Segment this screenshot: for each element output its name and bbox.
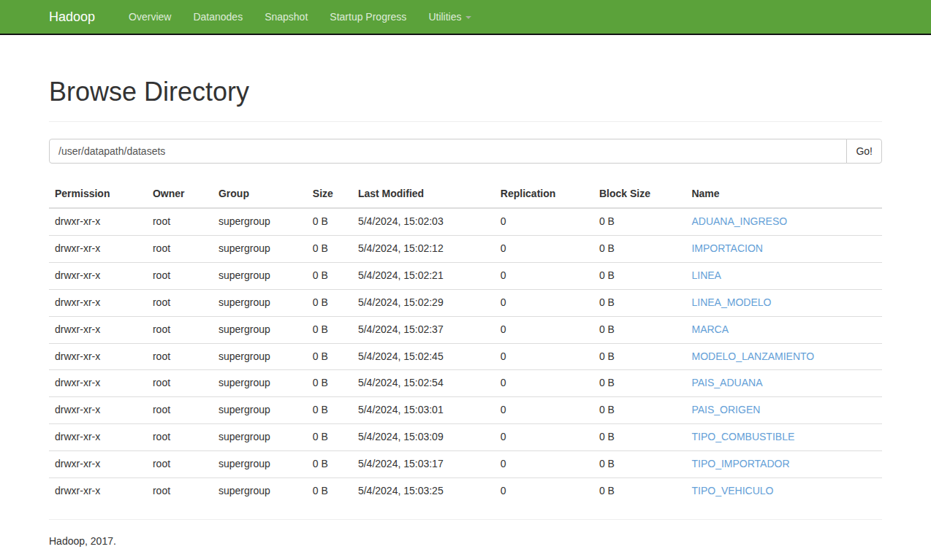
cell-group: supergroup [213,208,307,235]
cell-last-modified: 5/4/2024, 15:03:25 [352,478,495,505]
cell-replication: 0 [495,289,593,316]
cell-replication: 0 [495,316,593,343]
directory-link[interactable]: ADUANA_INGRESO [691,215,787,227]
cell-size: 0 B [307,397,352,424]
nav-item-datanodes[interactable]: Datanodes [182,0,254,34]
nav-item-utilities-label: Utilities [428,11,461,23]
cell-block-size: 0 B [593,208,686,235]
cell-permission: drwxr-xr-x [49,262,147,289]
table-header: Permission Owner Group Size Last Modifie… [49,181,882,208]
cell-permission: drwxr-xr-x [49,478,147,505]
cell-block-size: 0 B [593,424,686,451]
directory-link[interactable]: TIPO_IMPORTADOR [691,458,789,469]
cell-size: 0 B [307,289,352,316]
directory-link[interactable]: PAIS_ADUANA [691,377,762,388]
directory-link[interactable]: PAIS_ORIGEN [691,404,760,415]
cell-owner: root [147,397,213,424]
cell-name: MODELO_LANZAMIENTO [685,343,882,370]
cell-permission: drwxr-xr-x [49,343,147,370]
table-body: drwxr-xr-xrootsupergroup0 B5/4/2024, 15:… [49,208,882,505]
directory-link[interactable]: LINEA_MODELO [691,296,771,308]
cell-replication: 0 [495,370,593,397]
cell-owner: root [147,208,213,235]
directory-link[interactable]: TIPO_COMBUSTIBLE [691,431,794,442]
column-header-owner: Owner [147,181,213,208]
cell-owner: root [147,316,213,343]
directory-link[interactable]: TIPO_VEHICULO [691,485,773,496]
column-header-last-modified: Last Modified [352,181,495,208]
navbar: Hadoop Overview Datanodes Snapshot Start… [0,0,931,35]
footer-divider [49,519,882,520]
cell-size: 0 B [307,235,352,262]
cell-block-size: 0 B [593,235,686,262]
cell-last-modified: 5/4/2024, 15:02:03 [352,208,495,235]
table-row: drwxr-xr-xrootsupergroup0 B5/4/2024, 15:… [49,235,882,262]
cell-last-modified: 5/4/2024, 15:02:54 [352,370,495,397]
column-header-size: Size [307,181,352,208]
directory-link[interactable]: MARCA [691,323,729,335]
cell-owner: root [147,451,213,478]
cell-block-size: 0 B [593,451,686,478]
cell-owner: root [147,424,213,451]
cell-permission: drwxr-xr-x [49,316,147,343]
cell-owner: root [147,235,213,262]
cell-last-modified: 5/4/2024, 15:03:01 [352,397,495,424]
nav-item-utilities-link[interactable]: Utilities [417,0,482,34]
cell-size: 0 B [307,316,352,343]
table-row: drwxr-xr-xrootsupergroup0 B5/4/2024, 15:… [49,424,882,451]
table-row: drwxr-xr-xrootsupergroup0 B5/4/2024, 15:… [49,451,882,478]
cell-permission: drwxr-xr-x [49,397,147,424]
column-header-permission: Permission [49,181,147,208]
go-button[interactable]: Go! [846,139,882,164]
main-content: Browse Directory Go! Permission Owner Gr… [38,77,893,549]
cell-name: PAIS_ADUANA [685,370,882,397]
cell-last-modified: 5/4/2024, 15:02:12 [352,235,495,262]
table-row: drwxr-xr-xrootsupergroup0 B5/4/2024, 15:… [49,262,882,289]
cell-size: 0 B [307,262,352,289]
cell-size: 0 B [307,370,352,397]
directory-path-input[interactable] [49,139,847,164]
cell-size: 0 B [307,478,352,505]
cell-last-modified: 5/4/2024, 15:02:37 [352,316,495,343]
cell-name: LINEA_MODELO [685,289,882,316]
cell-size: 0 B [307,424,352,451]
cell-owner: root [147,262,213,289]
directory-link[interactable]: LINEA [691,269,721,281]
nav-item-utilities[interactable]: Utilities [417,0,482,34]
cell-permission: drwxr-xr-x [49,451,147,478]
cell-name: TIPO_VEHICULO [685,478,882,505]
cell-replication: 0 [495,451,593,478]
navbar-brand[interactable]: Hadoop [49,0,106,34]
cell-group: supergroup [213,451,307,478]
nav-item-snapshot-link[interactable]: Snapshot [254,0,319,34]
table-row: drwxr-xr-xrootsupergroup0 B5/4/2024, 15:… [49,397,882,424]
cell-last-modified: 5/4/2024, 15:03:09 [352,424,495,451]
directory-link[interactable]: MODELO_LANZAMIENTO [691,350,814,362]
nav-item-startup-progress-link[interactable]: Startup Progress [319,0,417,34]
cell-size: 0 B [307,343,352,370]
table-row: drwxr-xr-xrootsupergroup0 B5/4/2024, 15:… [49,478,882,505]
directory-link[interactable]: IMPORTACION [691,242,763,254]
cell-group: supergroup [213,316,307,343]
cell-group: supergroup [213,397,307,424]
cell-name: IMPORTACION [685,235,882,262]
nav-item-startup-progress[interactable]: Startup Progress [319,0,417,34]
cell-owner: root [147,478,213,505]
nav-item-overview-link[interactable]: Overview [118,0,182,34]
cell-block-size: 0 B [593,478,686,505]
cell-group: supergroup [213,478,307,505]
cell-replication: 0 [495,262,593,289]
cell-group: supergroup [213,235,307,262]
cell-block-size: 0 B [593,262,686,289]
cell-replication: 0 [495,397,593,424]
nav-item-overview[interactable]: Overview [118,0,182,34]
chevron-down-icon [466,16,471,19]
table-row: drwxr-xr-xrootsupergroup0 B5/4/2024, 15:… [49,343,882,370]
nav-item-snapshot[interactable]: Snapshot [254,0,319,34]
cell-replication: 0 [495,478,593,505]
cell-permission: drwxr-xr-x [49,235,147,262]
table-row: drwxr-xr-xrootsupergroup0 B5/4/2024, 15:… [49,289,882,316]
nav-item-datanodes-link[interactable]: Datanodes [182,0,254,34]
table-row: drwxr-xr-xrootsupergroup0 B5/4/2024, 15:… [49,316,882,343]
column-header-group: Group [213,181,307,208]
